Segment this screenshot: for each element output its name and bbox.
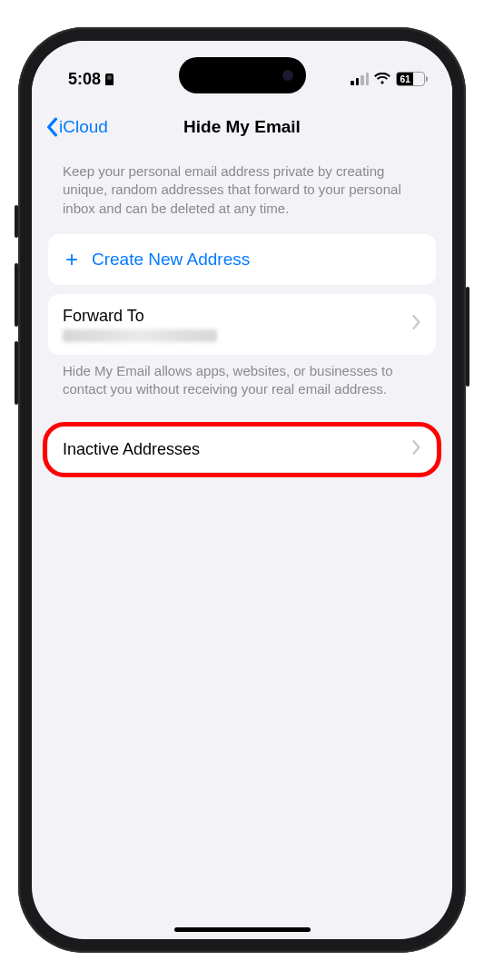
page-title: Hide My Email	[183, 117, 301, 137]
screen: 5:08 61 iCloud Hide My Email	[32, 41, 452, 939]
inactive-addresses-label: Inactive Addresses	[63, 440, 200, 459]
forward-to-cell[interactable]: Forward To	[48, 294, 436, 355]
nav-bar: iCloud Hide My Email	[32, 104, 452, 150]
content-area: Keep your personal email address private…	[32, 150, 452, 939]
page-description: Keep your personal email address private…	[48, 162, 436, 234]
power-button	[466, 287, 469, 387]
iphone-frame: 5:08 61 iCloud Hide My Email	[18, 27, 466, 953]
person-id-icon	[105, 74, 114, 85]
back-label: iCloud	[59, 117, 108, 137]
chevron-right-icon	[412, 440, 421, 459]
silent-switch	[15, 205, 18, 238]
forward-footer: Hide My Email allows apps, websites, or …	[48, 355, 436, 419]
inactive-addresses-cell[interactable]: Inactive Addresses	[48, 427, 436, 472]
cellular-signal-icon	[351, 73, 369, 85]
forward-to-email-redacted	[63, 329, 217, 342]
battery-icon: 61	[396, 72, 425, 86]
create-new-address-button[interactable]: + Create New Address	[48, 234, 436, 285]
dynamic-island	[179, 57, 306, 93]
forward-to-title: Forward To	[63, 307, 217, 326]
back-button[interactable]: iCloud	[44, 117, 108, 137]
chevron-left-icon	[44, 117, 59, 137]
home-indicator[interactable]	[174, 927, 311, 932]
volume-up-button	[15, 263, 18, 327]
create-label: Create New Address	[92, 250, 250, 270]
plus-icon: +	[63, 247, 81, 272]
chevron-right-icon	[412, 315, 421, 333]
wifi-icon	[374, 73, 390, 85]
volume-down-button	[15, 341, 18, 405]
battery-percentage: 61	[400, 74, 410, 84]
status-time: 5:08	[68, 70, 101, 89]
